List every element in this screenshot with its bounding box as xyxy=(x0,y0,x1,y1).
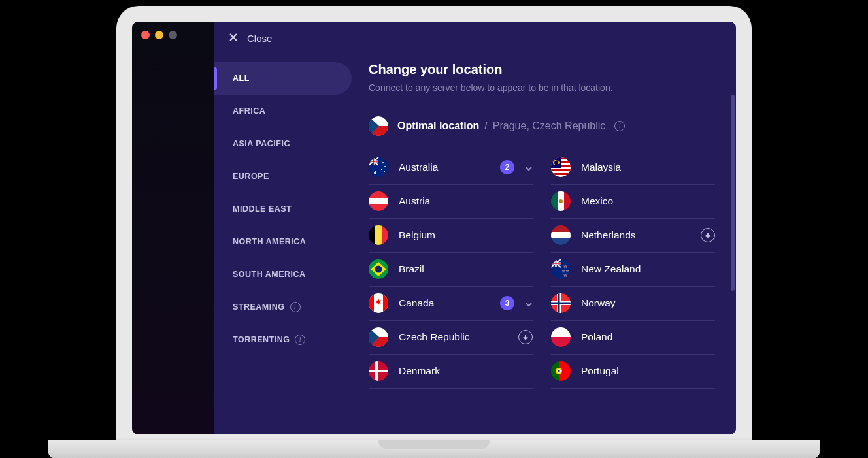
close-icon xyxy=(229,33,238,44)
window-close-icon[interactable] xyxy=(141,31,150,39)
flag-icon xyxy=(551,157,571,177)
close-label: Close xyxy=(247,33,272,44)
flag-icon xyxy=(551,259,571,279)
sidebar-item-africa[interactable]: AFRICA xyxy=(214,95,352,127)
download-icon[interactable] xyxy=(701,228,715,242)
svg-rect-22 xyxy=(369,198,388,204)
location-name: Belgium xyxy=(399,229,533,241)
optimal-value: Prague, Czech Republic xyxy=(493,120,606,132)
sidebar-item-label: EUROPE xyxy=(233,172,269,181)
info-icon[interactable]: i xyxy=(295,335,305,345)
sidebar-item-label: ASIA PACIFIC xyxy=(233,139,290,148)
svg-rect-31 xyxy=(382,225,388,245)
window-minimize-icon[interactable] xyxy=(155,31,163,39)
location-name: Brazil xyxy=(399,263,533,275)
flag-icon xyxy=(369,157,388,177)
info-icon[interactable]: i xyxy=(614,121,625,131)
location-poland[interactable]: Poland xyxy=(551,321,715,355)
location-mexico[interactable]: Mexico xyxy=(551,185,715,219)
scrollbar[interactable] xyxy=(731,95,735,291)
flag-icon xyxy=(551,361,571,381)
svg-rect-44 xyxy=(369,293,374,313)
sidebar-item-label: STREAMING xyxy=(233,303,285,312)
location-name: Netherlands xyxy=(581,229,690,241)
sidebar-item-asia-pacific[interactable]: ASIA PACIFIC xyxy=(214,127,352,160)
left-gutter xyxy=(132,22,214,434)
flag-icon xyxy=(369,293,388,313)
location-name: Australia xyxy=(399,161,490,173)
location-brazil[interactable]: Brazil xyxy=(369,253,533,287)
svg-rect-56 xyxy=(551,337,571,347)
location-grid: Australia2MalaysiaAustriaMexicoBelgiumNe… xyxy=(369,151,715,389)
sidebar-item-streaming[interactable]: STREAMINGi xyxy=(214,291,352,323)
download-icon[interactable] xyxy=(518,330,533,344)
sidebar-item-europe[interactable]: EUROPE xyxy=(214,160,352,193)
sidebar-item-all[interactable]: ALL xyxy=(214,62,352,95)
location-canada[interactable]: Canada3 xyxy=(369,287,533,321)
flag-icon xyxy=(369,361,388,381)
content: Change your location Connect to any serv… xyxy=(352,56,736,434)
info-icon[interactable]: i xyxy=(290,302,301,312)
location-belgium[interactable]: Belgium xyxy=(369,219,533,253)
sidebar: ALLAFRICAASIA PACIFICEUROPEMIDDLE EASTNO… xyxy=(214,56,352,434)
svg-rect-45 xyxy=(383,293,388,313)
window-controls xyxy=(141,31,177,39)
page-subtitle: Connect to any server below to appear to… xyxy=(369,82,731,93)
sidebar-item-label: MIDDLE EAST xyxy=(233,204,292,214)
location-name: Austria xyxy=(399,195,533,207)
sidebar-item-torrenting[interactable]: TORRENTINGi xyxy=(214,323,352,356)
location-name: Malaysia xyxy=(581,161,715,173)
location-czech-republic[interactable]: Czech Republic xyxy=(369,321,533,355)
location-netherlands[interactable]: Netherlands xyxy=(551,219,715,253)
separator: / xyxy=(484,120,487,132)
location-name: Mexico xyxy=(581,195,715,207)
svg-rect-33 xyxy=(551,225,571,232)
sidebar-item-south-america[interactable]: SOUTH AMERICA xyxy=(214,258,352,291)
sidebar-item-middle-east[interactable]: MIDDLE EAST xyxy=(214,193,352,225)
svg-rect-34 xyxy=(551,232,571,238)
location-new-zealand[interactable]: New Zealand xyxy=(551,253,715,287)
location-norway[interactable]: Norway xyxy=(551,287,715,321)
location-name: New Zealand xyxy=(581,263,715,275)
server-count-badge: 3 xyxy=(500,296,514,310)
location-austria[interactable]: Austria xyxy=(369,185,533,219)
flag-icon xyxy=(551,293,571,313)
optimal-location-row[interactable]: Optimal location / Prague, Czech Republi… xyxy=(369,116,715,148)
location-name: Poland xyxy=(581,331,715,343)
flag-icon xyxy=(551,327,571,347)
svg-rect-51 xyxy=(551,303,571,304)
flag-icon xyxy=(369,191,388,211)
svg-rect-29 xyxy=(369,225,375,245)
svg-point-8 xyxy=(384,171,385,172)
laptop-notch xyxy=(378,440,490,449)
svg-rect-55 xyxy=(551,327,571,337)
location-denmark[interactable]: Denmark xyxy=(369,355,533,389)
sidebar-item-north-america[interactable]: NORTH AMERICA xyxy=(214,225,352,258)
svg-rect-66 xyxy=(558,370,560,372)
svg-rect-60 xyxy=(369,370,388,372)
svg-point-27 xyxy=(559,199,563,203)
svg-rect-14 xyxy=(551,169,571,171)
optimal-label: Optimal location xyxy=(397,120,479,132)
flag-icon xyxy=(551,191,571,211)
location-portugal[interactable]: Portugal xyxy=(551,355,715,389)
flag-icon xyxy=(369,225,388,245)
chevron-down-icon xyxy=(525,163,533,171)
sidebar-item-label: ALL xyxy=(233,74,250,83)
location-name: Canada xyxy=(399,297,490,309)
laptop-frame: Close ALLAFRICAASIA PACIFICEUROPEMIDDLE … xyxy=(116,6,752,453)
flag-icon xyxy=(369,116,388,136)
svg-rect-30 xyxy=(375,225,382,245)
sidebar-item-label: AFRICA xyxy=(233,106,265,116)
svg-point-7 xyxy=(381,169,382,170)
svg-point-38 xyxy=(375,266,382,273)
window-maximize-icon[interactable] xyxy=(169,31,177,39)
location-panel: Close ALLAFRICAASIA PACIFICEUROPEMIDDLE … xyxy=(214,22,736,434)
location-name: Norway xyxy=(581,297,715,309)
sidebar-item-label: SOUTH AMERICA xyxy=(233,270,306,279)
location-australia[interactable]: Australia2 xyxy=(369,151,533,185)
location-malaysia[interactable]: Malaysia xyxy=(551,151,715,185)
close-button[interactable]: Close xyxy=(214,22,736,56)
flag-icon xyxy=(369,327,388,347)
laptop-base xyxy=(48,440,820,459)
